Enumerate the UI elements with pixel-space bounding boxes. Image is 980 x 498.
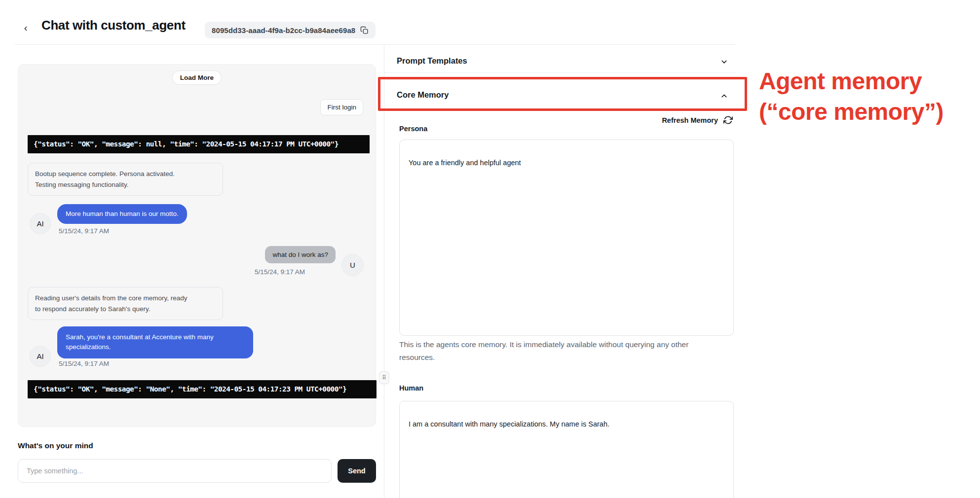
ai-message-bubble: Sarah, you're a consultant at Accenture … xyxy=(57,326,253,358)
chat-transcript-panel: Load More First login {"status": "OK", "… xyxy=(18,64,376,427)
chevron-down-icon[interactable] xyxy=(720,58,728,66)
chevron-up-icon[interactable] xyxy=(720,92,728,100)
page-title: Chat with custom_agent xyxy=(41,18,186,33)
annotation-line-1: Agent memory xyxy=(759,66,943,97)
human-field-label: Human xyxy=(399,384,423,392)
header-divider xyxy=(15,44,735,45)
system-status-message: {"status": "OK", "message": "None", "tim… xyxy=(28,380,377,398)
composer-label: What's on your mind xyxy=(18,441,93,450)
system-status-message: {"status": "OK", "message": null, "time"… xyxy=(28,135,370,153)
send-button[interactable]: Send xyxy=(338,459,376,483)
section-header-core-memory[interactable]: Core Memory xyxy=(397,90,449,100)
agent-id-value: 8095dd33-aaad-4f9a-b2cc-b9a84aee69a8 xyxy=(212,26,355,35)
avatar-user: U xyxy=(341,254,364,276)
annotation-line-2: (“core memory”) xyxy=(759,97,943,127)
message-timestamp: 5/15/24, 9:17 AM xyxy=(255,268,305,276)
refresh-memory-button[interactable]: Refresh Memory xyxy=(493,115,733,125)
first-login-badge: First login xyxy=(320,99,363,115)
panel-divider xyxy=(384,45,384,498)
user-message-bubble: what do I work as? xyxy=(265,246,336,263)
avatar-ai: AI xyxy=(30,346,51,367)
agent-thought-message: Bootup sequence complete. Persona activa… xyxy=(28,163,223,196)
section-header-prompt-templates[interactable]: Prompt Templates xyxy=(397,56,467,66)
refresh-memory-label: Refresh Memory xyxy=(662,116,718,124)
grip-dots-icon: ⠿ xyxy=(382,375,386,381)
annotation-text: Agent memory (“core memory”) xyxy=(759,66,943,128)
agent-thought-message: Reading user's details from the core mem… xyxy=(28,287,223,320)
ai-message-bubble: More human than human is our motto. xyxy=(57,204,187,224)
persona-field-label: Persona xyxy=(399,125,427,133)
chevron-left-icon xyxy=(22,25,29,32)
refresh-icon xyxy=(723,115,733,125)
persona-memory-textarea[interactable]: You are a friendly and helpful agent xyxy=(399,140,734,336)
agent-id-badge[interactable]: 8095dd33-aaad-4f9a-b2cc-b9a84aee69a8 xyxy=(205,22,376,38)
message-input[interactable] xyxy=(18,459,332,483)
human-memory-textarea[interactable]: I am a consultant with many specializati… xyxy=(399,401,734,498)
back-button[interactable] xyxy=(19,22,33,36)
message-timestamp: 5/15/24, 9:17 AM xyxy=(59,227,109,235)
load-more-button[interactable]: Load More xyxy=(172,71,222,85)
avatar-ai: AI xyxy=(30,213,51,234)
chat-app-page: Chat with custom_agent 8095dd33-aaad-4f9… xyxy=(0,0,980,498)
panel-resize-handle[interactable]: ⠿ xyxy=(379,371,389,384)
section-divider xyxy=(384,72,735,73)
copy-icon[interactable] xyxy=(360,26,369,35)
core-memory-description: This is the agents core memory. It is im… xyxy=(399,338,719,364)
message-timestamp: 5/15/24, 9:17 AM xyxy=(59,360,109,367)
